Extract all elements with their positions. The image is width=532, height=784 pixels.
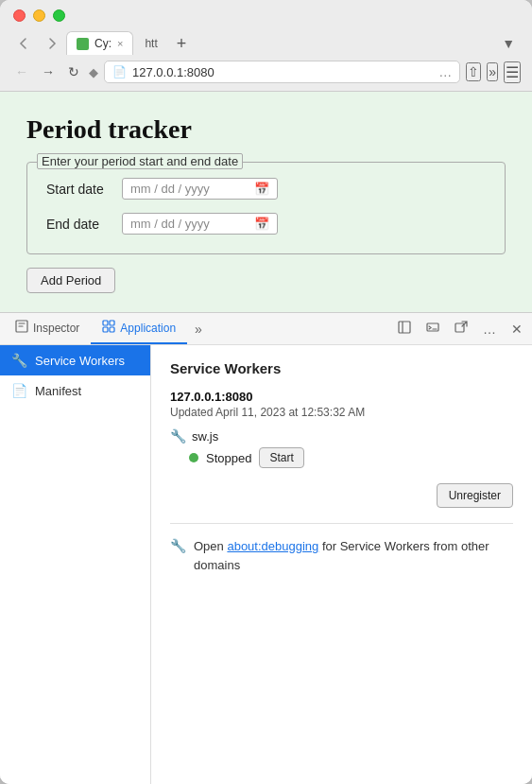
svg-rect-5 <box>399 322 410 333</box>
forward-button[interactable]: → <box>38 62 59 81</box>
tab-back-icon[interactable] <box>13 32 36 55</box>
debug-link-row: 🔧 Open about:debugging for Service Worke… <box>170 537 513 574</box>
devtools-body: 🔧 Service Workers 📄 Manifest Service Wor… <box>0 345 532 784</box>
calendar-icon-start: 📅 <box>254 182 269 196</box>
dock-side-button[interactable] <box>392 317 417 340</box>
sw-host: 127.0.0.1:8080 <box>170 390 513 404</box>
tab-inspector-label: Inspector <box>33 322 79 335</box>
svg-rect-7 <box>455 323 464 332</box>
minimize-button[interactable] <box>33 9 45 22</box>
devtools-actions: … ✕ <box>392 317 528 340</box>
tab-favicon <box>77 38 89 50</box>
start-date-placeholder: mm / dd / yyyy <box>130 182 210 196</box>
end-date-row: End date mm / dd / yyyy 📅 <box>46 213 486 235</box>
start-button[interactable]: Start <box>259 447 303 468</box>
other-tab[interactable]: htt <box>137 32 164 55</box>
maximize-button[interactable] <box>53 9 65 22</box>
wrench-debug-icon: 🔧 <box>170 538 186 553</box>
page-content: Period tracker Enter your period start a… <box>0 92 532 312</box>
service-workers-icon: 🔧 <box>11 353 27 368</box>
tab-label: Cy: <box>94 37 112 50</box>
section-title: Service Workers <box>170 360 513 376</box>
tab-forward-icon[interactable] <box>40 32 62 55</box>
detach-button[interactable] <box>449 317 473 340</box>
console-button[interactable] <box>420 317 445 340</box>
status-dot <box>189 453 198 462</box>
back-button[interactable]: ← <box>11 62 32 81</box>
start-date-input[interactable]: mm / dd / yyyy 📅 <box>122 178 278 200</box>
sw-file-row: 🔧 sw.js <box>170 428 513 444</box>
debug-prefix: Open <box>194 539 227 553</box>
title-bar: Cy: × htt + ▼ <box>0 0 532 55</box>
date-fieldset: Enter your period start and end date Sta… <box>26 162 506 254</box>
sidebar-label-service-workers: Service Workers <box>35 354 125 368</box>
sw-wrench-icon: 🔧 <box>170 428 186 444</box>
extensions-button[interactable]: » <box>487 62 498 81</box>
menu-button[interactable]: ☰ <box>504 61 521 83</box>
manifest-icon: 📄 <box>11 383 27 398</box>
svg-rect-4 <box>110 327 114 332</box>
more-options-button[interactable]: … <box>477 318 502 340</box>
sw-status-row: Stopped Start <box>189 447 513 468</box>
about-debugging-link[interactable]: about:debugging <box>227 539 318 553</box>
calendar-icon-end: 📅 <box>254 217 269 231</box>
reload-button[interactable]: ↻ <box>64 62 83 81</box>
document-icon: 📄 <box>112 65 127 78</box>
address-bar: ← → ↻ ◆ 📄 127.0.0.1:8080 … ⇧ » ☰ <box>0 55 532 92</box>
section-divider <box>170 523 513 524</box>
unregister-button[interactable]: Unregister <box>437 483 513 508</box>
sidebar-item-manifest[interactable]: 📄 Manifest <box>0 375 150 406</box>
url-bar[interactable]: 📄 127.0.0.1:8080 … <box>104 61 460 83</box>
active-tab[interactable]: Cy: × <box>66 31 133 55</box>
devtools-main-content: Service Workers 127.0.0.1:8080 Updated A… <box>151 345 532 784</box>
debug-text: Open about:debugging for Service Workers… <box>194 537 513 574</box>
close-button[interactable] <box>13 9 26 22</box>
browser-tabs: Cy: × htt + ▼ <box>13 31 519 55</box>
start-date-label: Start date <box>46 182 122 197</box>
svg-rect-2 <box>110 321 114 325</box>
tab-inspector[interactable]: Inspector <box>4 313 91 344</box>
devtools-sidebar: 🔧 Service Workers 📄 Manifest <box>0 345 151 784</box>
sw-updated: Updated April 11, 2023 at 12:53:32 AM <box>170 406 513 419</box>
shield-icon: ◆ <box>89 65 98 79</box>
sw-filename: sw.js <box>192 429 218 444</box>
devtools-tabs: Inspector Application » <box>0 313 532 345</box>
new-tab-button[interactable]: + <box>169 33 195 54</box>
fieldset-legend: Enter your period start and end date <box>37 153 243 169</box>
inspector-icon <box>15 320 28 336</box>
sidebar-item-service-workers[interactable]: 🔧 Service Workers <box>0 345 150 375</box>
application-icon <box>102 320 115 336</box>
svg-rect-6 <box>427 323 438 331</box>
end-date-input[interactable]: mm / dd / yyyy 📅 <box>122 213 278 235</box>
devtools-more-tabs-icon[interactable]: » <box>187 316 210 342</box>
svg-rect-1 <box>103 321 108 325</box>
browser-window: Cy: × htt + ▼ ← → ↻ ◆ 📄 127.0.0.1:8080 …… <box>0 0 532 784</box>
add-period-button[interactable]: Add Period <box>26 268 115 293</box>
tab-application[interactable]: Application <box>91 313 187 344</box>
start-date-row: Start date mm / dd / yyyy 📅 <box>46 178 486 200</box>
close-devtools-button[interactable]: ✕ <box>506 318 528 340</box>
devtools-panel: Inspector Application » <box>0 312 532 784</box>
url-text: 127.0.0.1:8080 <box>132 65 433 79</box>
end-date-placeholder: mm / dd / yyyy <box>130 217 210 231</box>
page-title: Period tracker <box>26 114 506 145</box>
traffic-lights <box>13 9 519 22</box>
end-date-label: End date <box>46 217 122 232</box>
sidebar-label-manifest: Manifest <box>35 384 81 398</box>
tabs-overflow-icon[interactable]: ▼ <box>498 32 519 55</box>
tab-application-label: Application <box>120 322 176 335</box>
svg-rect-3 <box>103 327 108 332</box>
share-button[interactable]: ⇧ <box>466 62 481 81</box>
sw-status-text: Stopped <box>206 451 251 465</box>
tab-close-icon[interactable]: × <box>117 38 123 49</box>
url-options-icon[interactable]: … <box>438 64 452 79</box>
